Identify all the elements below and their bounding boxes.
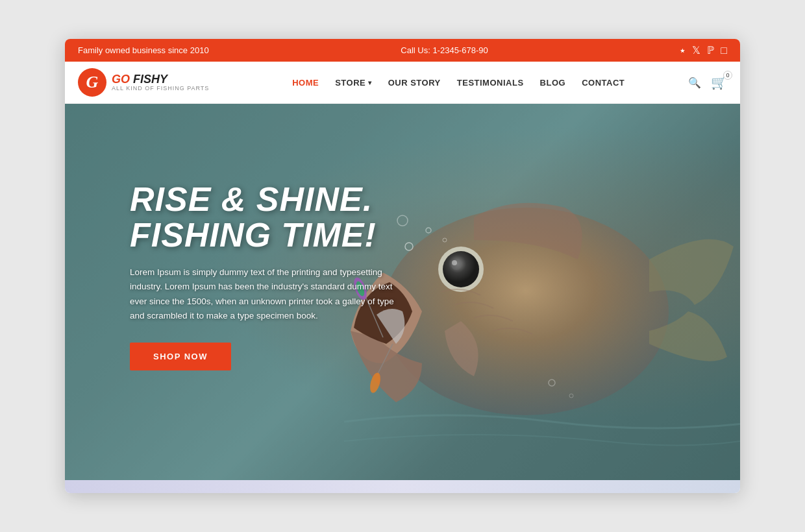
call-text: Call Us: 1-2345-678-90 [401,45,488,55]
nav-links: HOME STORE ▾ OUR STORY TESTIMONIALS BLOG… [229,78,688,88]
store-dropdown-arrow: ▾ [368,79,372,86]
facebook-icon[interactable]: ٭ [680,44,686,56]
hero-section: RISE & SHINE. FISHING TIME! Lorem Ipsum … [65,104,740,480]
twitter-icon[interactable]: 𝕏 [692,44,700,56]
instagram-icon[interactable]: □ [721,45,727,56]
bottom-strip [65,480,740,493]
top-bar-center: Call Us: 1-2345-678-90 [401,45,488,55]
logo-text: GO FISHY ALL KIND OF FISHING PARTS [112,73,209,91]
cart-badge: 0 [723,71,732,80]
family-text: Family owned business since 2010 [78,45,209,55]
logo-title: GO FISHY [112,73,209,85]
nav-store[interactable]: STORE ▾ [335,78,372,88]
navbar: G GO FISHY ALL KIND OF FISHING PARTS HOM… [65,62,740,104]
nav-testimonials[interactable]: TESTIMONIALS [457,78,524,88]
logo[interactable]: G GO FISHY ALL KIND OF FISHING PARTS [78,68,209,97]
browser-window: Family owned business since 2010 Call Us… [65,39,740,493]
logo-subtitle: ALL KIND OF FISHING PARTS [112,85,209,91]
hero-description: Lorem Ipsum is simply dummy text of the … [130,265,409,323]
nav-actions: 🔍 🛒 0 [688,75,727,90]
cart-button[interactable]: 🛒 0 [711,75,727,90]
search-button[interactable]: 🔍 [688,77,701,89]
nav-our-story[interactable]: OUR STORY [388,78,441,88]
pinterest-icon[interactable]: ℙ [707,44,714,56]
logo-icon: G [78,68,106,97]
nav-home[interactable]: HOME [292,78,319,88]
shop-now-button[interactable]: SHOP NOW [130,343,231,370]
nav-contact[interactable]: CONTACT [582,78,625,88]
hero-content: RISE & SHINE. FISHING TIME! Lorem Ipsum … [65,104,454,409]
top-bar: Family owned business since 2010 Call Us… [65,39,740,62]
social-icons-group: ٭ 𝕏 ℙ □ [680,44,727,56]
nav-blog[interactable]: BLOG [540,78,566,88]
top-bar-left: Family owned business since 2010 [78,45,209,55]
hero-title: RISE & SHINE. FISHING TIME! [130,182,415,252]
